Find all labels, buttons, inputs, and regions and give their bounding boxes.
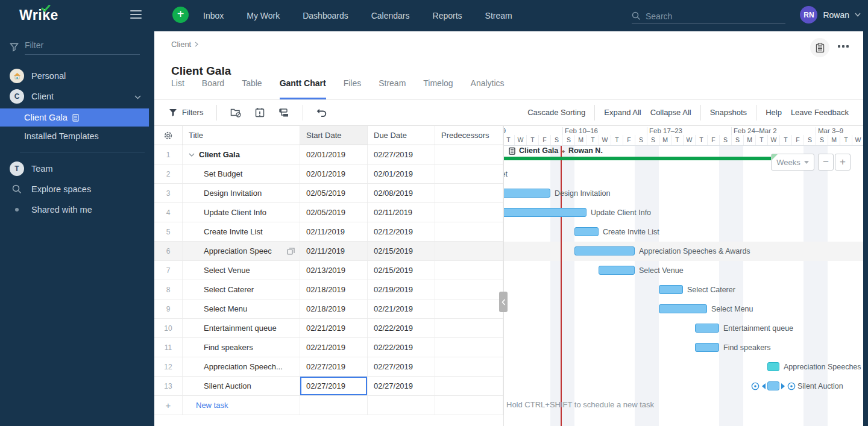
project-info-button[interactable] bbox=[810, 38, 829, 57]
due-date-cell[interactable]: 02/27/2019 bbox=[368, 145, 435, 164]
tab-list[interactable]: List bbox=[171, 78, 184, 99]
menu-icon[interactable] bbox=[130, 10, 142, 21]
predecessors-cell[interactable] bbox=[435, 184, 503, 202]
sidebar-item-shared-with-me[interactable]: Shared with me bbox=[0, 199, 154, 220]
task-title-cell[interactable]: Find speakers bbox=[183, 338, 300, 357]
predecessors-cell[interactable] bbox=[435, 164, 503, 183]
row-number[interactable]: 12 bbox=[154, 357, 183, 376]
row-number[interactable]: 10 bbox=[154, 319, 183, 337]
table-settings-cell[interactable] bbox=[154, 126, 183, 145]
tab-table[interactable]: Table bbox=[242, 78, 262, 99]
add-task-plus[interactable]: + bbox=[154, 396, 183, 415]
row-number[interactable]: 1 bbox=[154, 145, 183, 164]
collapse-table-handle[interactable] bbox=[499, 292, 508, 312]
tab-stream[interactable]: Stream bbox=[379, 78, 406, 99]
start-date-cell[interactable]: 02/01/2019 bbox=[300, 164, 368, 183]
new-task-cell[interactable]: New task bbox=[183, 396, 300, 415]
predecessors-cell[interactable] bbox=[435, 338, 503, 357]
wrike-logo[interactable]: Wrike bbox=[19, 7, 58, 23]
task-title-cell[interactable]: Set Budget bbox=[183, 164, 300, 183]
tab-timelog[interactable]: Timelog bbox=[423, 78, 453, 99]
predecessors-cell[interactable] bbox=[435, 299, 503, 318]
row-number[interactable]: 7 bbox=[154, 261, 183, 280]
row-number[interactable]: 8 bbox=[154, 280, 183, 299]
due-date-cell[interactable]: 02/27/2019 bbox=[368, 377, 435, 395]
due-date-cell[interactable]: 02/22/2019 bbox=[368, 338, 435, 357]
collapse-all-button[interactable]: Collapse All bbox=[650, 108, 691, 117]
predecessors-cell[interactable] bbox=[435, 242, 503, 260]
tab-board[interactable]: Board bbox=[202, 78, 224, 99]
sidebar-item-team[interactable]: T Team bbox=[0, 158, 154, 179]
subtasks-icon[interactable] bbox=[278, 108, 289, 117]
nav-item-reports[interactable]: Reports bbox=[433, 11, 462, 20]
task-bar[interactable] bbox=[695, 324, 719, 333]
column-header-start-date[interactable]: Start Date bbox=[300, 126, 368, 145]
sidebar-item-personal[interactable]: Personal bbox=[0, 66, 154, 86]
sidebar-item-client[interactable]: C Client bbox=[0, 86, 154, 107]
snapshots-button[interactable]: Snapshots bbox=[710, 108, 747, 117]
breadcrumb[interactable]: Client bbox=[171, 40, 198, 49]
project-summary-bar[interactable] bbox=[503, 157, 779, 160]
column-header-due-date[interactable]: Due Date bbox=[368, 126, 435, 145]
predecessors-cell[interactable] bbox=[435, 377, 503, 395]
task-bar[interactable] bbox=[659, 304, 707, 313]
due-date-cell[interactable]: 02/08/2019 bbox=[368, 184, 435, 202]
predecessors-cell[interactable] bbox=[435, 261, 503, 280]
task-title-cell[interactable]: Create Invite List bbox=[183, 222, 300, 241]
row-number[interactable]: 9 bbox=[154, 299, 183, 318]
due-date-cell[interactable]: 02/15/2019 bbox=[368, 261, 435, 280]
predecessors-cell[interactable] bbox=[435, 357, 503, 376]
nav-item-dashboards[interactable]: Dashboards bbox=[303, 11, 348, 20]
task-title-cell[interactable]: Design Invitation bbox=[183, 184, 300, 202]
task-bar[interactable] bbox=[695, 343, 719, 352]
sidebar-item-explore-spaces[interactable]: Explore spaces bbox=[0, 179, 154, 199]
task-bar[interactable] bbox=[574, 227, 599, 236]
start-date-cell[interactable]: 02/11/2019 bbox=[300, 222, 368, 241]
start-date-cell[interactable]: 02/18/2019 bbox=[300, 299, 368, 318]
resize-handle-right[interactable] bbox=[781, 383, 785, 389]
help-button[interactable]: Help bbox=[766, 108, 782, 117]
task-bar[interactable] bbox=[503, 208, 587, 217]
collapse-chevron-icon[interactable] bbox=[189, 153, 195, 157]
predecessors-cell[interactable] bbox=[435, 203, 503, 222]
due-date-cell[interactable]: 02/11/2019 bbox=[368, 203, 435, 222]
due-date-cell[interactable]: 02/22/2019 bbox=[368, 319, 435, 337]
column-header-predecessors[interactable]: Predecessors bbox=[435, 126, 503, 145]
tab-files[interactable]: Files bbox=[344, 78, 362, 99]
task-title-cell[interactable]: Select Caterer bbox=[183, 280, 300, 299]
chevron-down-icon[interactable] bbox=[134, 92, 141, 101]
task-title-cell[interactable]: Appreciation Speech... bbox=[183, 357, 300, 376]
predecessors-cell[interactable] bbox=[435, 222, 503, 241]
task-bar[interactable] bbox=[599, 266, 635, 275]
start-date-cell[interactable]: 02/05/2019 bbox=[300, 203, 368, 222]
row-number[interactable]: 11 bbox=[154, 338, 183, 357]
sidebar-item-client-gala[interactable]: Client Gala bbox=[0, 108, 149, 127]
conflict-dates-icon[interactable] bbox=[255, 107, 265, 117]
create-button[interactable]: + bbox=[172, 7, 189, 23]
nav-item-stream[interactable]: Stream bbox=[485, 11, 512, 20]
sidebar-filter-input[interactable]: Filter bbox=[25, 40, 140, 55]
new-task-link[interactable]: New task bbox=[196, 401, 228, 410]
start-date-cell[interactable]: 02/13/2019 bbox=[300, 261, 368, 280]
row-number[interactable]: 5 bbox=[154, 222, 183, 241]
start-date-cell[interactable]: 02/27/2019 bbox=[300, 377, 368, 395]
nav-item-inbox[interactable]: Inbox bbox=[203, 11, 224, 20]
predecessors-cell[interactable] bbox=[435, 319, 503, 337]
start-date-cell[interactable]: 02/11/2019 bbox=[300, 242, 368, 260]
task-bar[interactable] bbox=[574, 246, 635, 255]
start-date-cell[interactable]: 02/18/2019 bbox=[300, 280, 368, 299]
due-date-cell[interactable]: 02/01/2019 bbox=[368, 164, 435, 183]
hide-folders-icon[interactable] bbox=[230, 107, 242, 117]
task-title-cell[interactable]: Silent Auction bbox=[183, 377, 300, 395]
zoom-in-button[interactable]: + bbox=[835, 154, 851, 171]
due-date-cell[interactable]: 02/15/2019 bbox=[368, 242, 435, 260]
sidebar-item-installed-templates[interactable]: Installed Templates bbox=[0, 127, 154, 146]
task-title-cell[interactable]: Appreciation Speec bbox=[183, 242, 300, 260]
task-bar[interactable] bbox=[767, 381, 779, 390]
nav-item-calendars[interactable]: Calendars bbox=[371, 11, 410, 20]
search-input[interactable]: Search bbox=[632, 9, 785, 23]
tab-analytics[interactable]: Analytics bbox=[471, 78, 505, 99]
task-title-cell[interactable]: Select Menu bbox=[183, 299, 300, 318]
row-number[interactable]: 3 bbox=[154, 184, 183, 202]
due-date-cell[interactable]: 02/21/2019 bbox=[368, 299, 435, 318]
